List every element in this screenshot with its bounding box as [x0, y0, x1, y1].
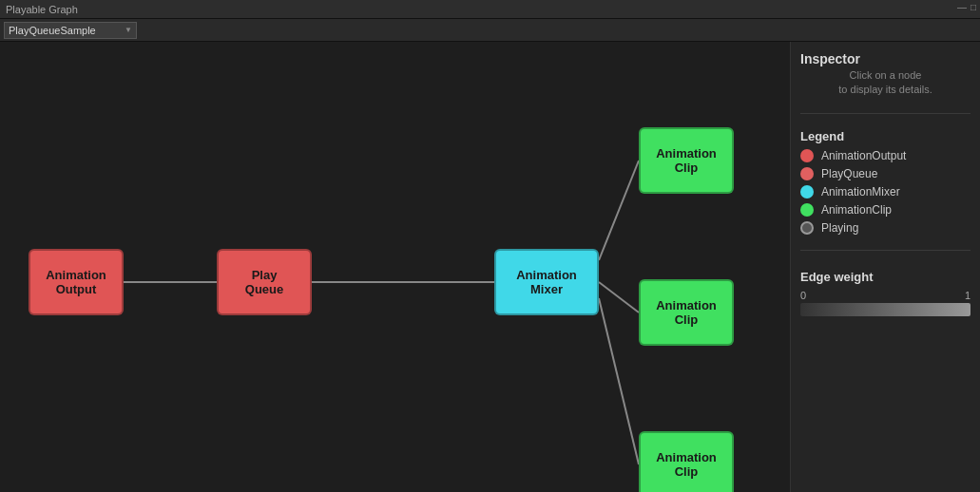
node-play-queue-line2: Queue: [245, 282, 283, 296]
legend-label-animation-output: AnimationOutput: [821, 149, 906, 162]
node-clip-middle-line1: Animation: [656, 298, 717, 312]
inspector-hint-line1: Click on a node: [800, 68, 970, 83]
legend-item-animation-output: AnimationOutput: [800, 149, 970, 162]
legend-dot-animation-clip: [800, 203, 814, 217]
svg-line-2: [599, 161, 639, 260]
node-clip-top[interactable]: Animation Clip: [639, 127, 734, 194]
node-animation-mixer-line1: Animation: [516, 268, 577, 282]
node-animation-mixer-line2: Mixer: [516, 282, 577, 296]
inspector-hint-line2: to display its details.: [800, 83, 970, 97]
legend-dot-play-queue: [800, 167, 814, 180]
node-clip-middle[interactable]: Animation Clip: [639, 279, 734, 346]
maximize-icon[interactable]: □: [970, 2, 976, 12]
divider-1: [800, 113, 970, 114]
node-animation-output-line1: Animation: [46, 268, 106, 282]
edge-weight-bar: [800, 303, 970, 316]
inspector-section: Inspector Click on a node to display its…: [800, 51, 970, 98]
node-animation-mixer[interactable]: Animation Mixer: [494, 249, 599, 315]
minimize-icon[interactable]: —: [957, 2, 967, 12]
node-clip-bottom[interactable]: Animation Clip: [639, 431, 734, 492]
edge-weight-min: 0: [800, 290, 806, 301]
legend-dot-animation-mixer: [800, 185, 814, 199]
title-bar: Playable Graph — □: [0, 0, 980, 19]
divider-2: [800, 250, 970, 251]
node-play-queue[interactable]: Play Queue: [217, 249, 312, 315]
legend-item-animation-mixer: AnimationMixer: [800, 185, 970, 199]
dropdown-value: PlayQueueSample: [9, 25, 96, 36]
svg-line-3: [599, 282, 639, 312]
node-clip-middle-line2: Clip: [656, 312, 717, 327]
edge-weight-title: Edge weight: [800, 270, 970, 284]
edge-weight-labels: 0 1: [800, 290, 970, 301]
inspector-title: Inspector: [800, 51, 970, 66]
node-clip-bottom-line1: Animation: [656, 450, 717, 464]
legend-item-playing: Playing: [800, 221, 970, 235]
legend-dot-animation-output: [800, 149, 814, 162]
legend-label-animation-clip: AnimationClip: [821, 203, 892, 217]
graph-selector-dropdown[interactable]: PlayQueueSample: [4, 22, 137, 39]
title-bar-controls: — □: [957, 2, 976, 12]
graph-canvas[interactable]: Animation Output Play Queue Animation Mi…: [0, 42, 790, 492]
legend-label-animation-mixer: AnimationMixer: [821, 185, 900, 199]
node-animation-output-line2: Output: [46, 282, 106, 296]
edge-weight-section: Edge weight 0 1: [800, 270, 970, 316]
legend-label-play-queue: PlayQueue: [821, 167, 877, 180]
inspector-panel: Inspector Click on a node to display its…: [790, 42, 980, 492]
node-clip-top-line1: Animation: [656, 146, 717, 161]
edge-weight-max: 1: [965, 290, 970, 301]
inspector-hint: Click on a node to display its details.: [800, 68, 970, 98]
node-play-queue-line1: Play: [245, 268, 283, 282]
legend-title: Legend: [800, 129, 970, 143]
svg-line-4: [599, 298, 639, 464]
node-animation-output[interactable]: Animation Output: [29, 249, 124, 315]
legend-dot-playing: [800, 221, 814, 235]
node-clip-bottom-line2: Clip: [656, 464, 717, 479]
legend-item-play-queue: PlayQueue: [800, 167, 970, 180]
title-bar-text: Playable Graph: [6, 4, 78, 15]
legend-item-animation-clip: AnimationClip: [800, 203, 970, 217]
legend-label-playing: Playing: [821, 221, 858, 235]
legend-section: Legend AnimationOutput PlayQueue Animati…: [800, 129, 970, 235]
main-area: Animation Output Play Queue Animation Mi…: [0, 42, 980, 492]
node-clip-top-line2: Clip: [656, 161, 717, 175]
toolbar: PlayQueueSample: [0, 19, 980, 42]
legend-items: AnimationOutput PlayQueue AnimationMixer…: [800, 149, 970, 235]
